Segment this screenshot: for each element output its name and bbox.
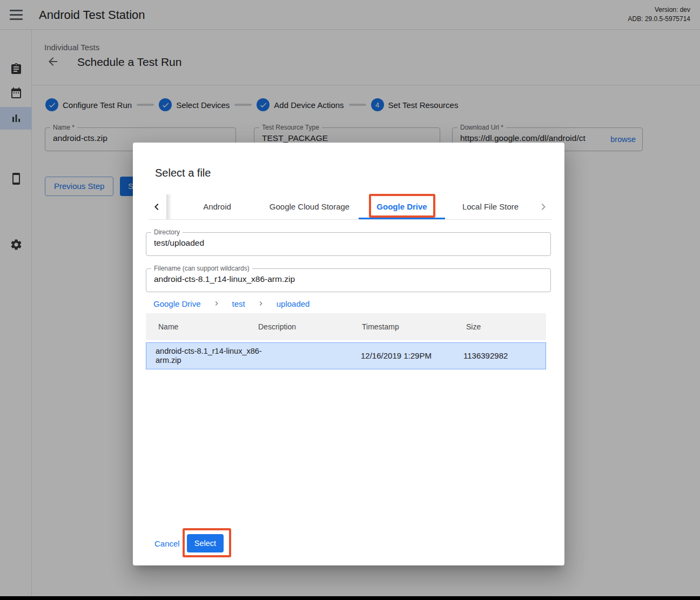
directory-label: Directory — [151, 229, 183, 236]
file-timestamp-cell: 12/16/2019 1:29PM — [361, 343, 432, 369]
chevron-right-icon — [257, 299, 265, 308]
tab-local-file-store[interactable]: Local File Store — [447, 194, 534, 219]
file-table-header: Name Description Timestamp Size — [146, 313, 546, 340]
directory-field[interactable]: Directory — [146, 232, 551, 256]
cancel-button[interactable]: Cancel — [154, 539, 180, 548]
file-name-cell: android-cts-8.1_r14-linux_x86-arm.zip — [156, 343, 266, 369]
chevron-right-icon — [212, 299, 221, 308]
select-button[interactable]: Select — [187, 534, 224, 552]
tab-google-drive[interactable]: Google Drive — [356, 194, 447, 219]
tab-google-cloud-storage[interactable]: Google Cloud Storage — [262, 194, 356, 219]
filename-label: Filename (can support wildcards) — [151, 265, 252, 272]
filename-field[interactable]: Filename (can support wildcards) — [146, 268, 551, 292]
dialog-title: Select a file — [155, 167, 211, 179]
tab-android[interactable]: Android — [172, 194, 262, 219]
tab-bottom-border — [148, 219, 552, 220]
column-header-timestamp: Timestamp — [362, 313, 399, 340]
chevron-right-icon[interactable] — [537, 200, 550, 213]
tab-scroll-shadow — [166, 194, 172, 219]
android-test-station-screen: Android Test Station Version: dev ADB: 2… — [0, 0, 700, 600]
file-row-selected[interactable]: android-cts-8.1_r14-linux_x86-arm.zip 12… — [146, 342, 546, 369]
column-header-name: Name — [158, 313, 178, 340]
breadcrumb-test[interactable]: test — [232, 299, 245, 308]
breadcrumb-google-drive[interactable]: Google Drive — [153, 299, 201, 308]
filename-input[interactable] — [154, 274, 543, 284]
breadcrumb-uploaded[interactable]: uploaded — [277, 299, 310, 308]
bottom-bar — [0, 596, 700, 600]
breadcrumb: Google Drive test uploaded — [153, 298, 309, 309]
select-file-dialog: Select a file Android Google Cloud Stora… — [133, 143, 564, 565]
column-header-size: Size — [466, 313, 481, 340]
chevron-left-icon[interactable] — [150, 200, 163, 213]
directory-input[interactable] — [154, 238, 543, 248]
column-header-description: Description — [258, 313, 296, 340]
file-size-cell: 1136392982 — [463, 343, 508, 369]
active-tab-ink-bar — [359, 218, 445, 219]
